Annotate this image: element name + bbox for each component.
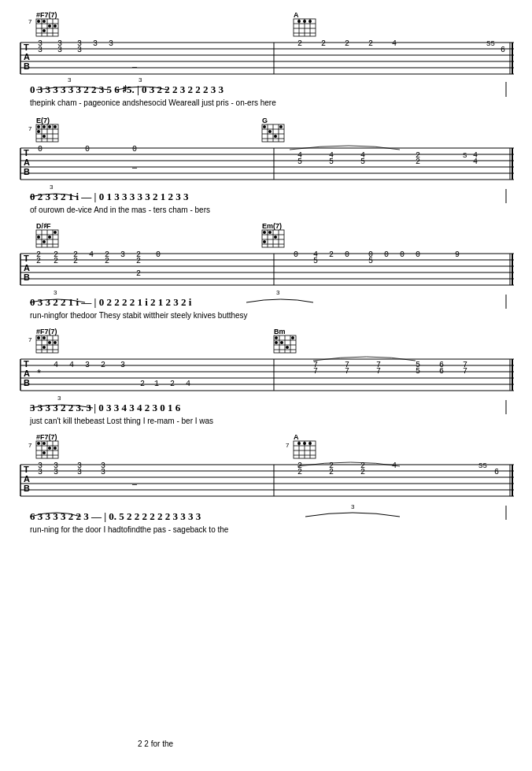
tab-num: 7	[463, 367, 467, 376]
tab-num: 3	[54, 468, 58, 476]
svg-point-75	[37, 235, 40, 239]
svg-point-123	[291, 336, 294, 339]
tab-num: 4	[473, 158, 478, 166]
tab-num: —	[131, 63, 138, 72]
tab-num: 3	[101, 468, 105, 476]
svg-point-10	[54, 24, 57, 28]
tab-num: 0	[38, 145, 42, 154]
tab-num: 5	[297, 158, 302, 166]
tab-label-b2: B	[24, 167, 30, 176]
chord-label-2a: E(7)	[36, 117, 50, 124]
tab-num: 5	[368, 257, 373, 265]
tab-num: 4	[392, 39, 397, 48]
tab-num: 3	[77, 468, 82, 476]
tab-num: 0	[132, 145, 137, 154]
triplet-marker: 3	[68, 76, 72, 83]
tab-num: 3	[38, 46, 42, 54]
tab-num: 2	[105, 257, 109, 265]
svg-point-40	[37, 125, 40, 128]
tab-label-b5: B	[24, 484, 30, 493]
svg-point-77	[48, 235, 51, 239]
tab-num: 2	[136, 257, 141, 265]
svg-point-89	[263, 240, 266, 243]
tab-num: 0	[416, 250, 420, 259]
svg-point-86	[263, 231, 266, 234]
svg-point-76	[42, 240, 46, 243]
svg-point-8	[42, 20, 46, 23]
chord-label-3b: Em(7)	[262, 222, 282, 230]
tab-num: 7	[376, 367, 381, 376]
svg-point-122	[286, 346, 289, 349]
lyrics-3: run-ningfor thedoor Thesy stabit witthei…	[30, 311, 248, 320]
svg-point-44	[37, 130, 40, 133]
full-score: #F7(7) 7 A	[14, 6, 518, 766]
tab-num: 5	[416, 367, 420, 376]
chord-pos-5a: 7	[28, 442, 32, 449]
svg-point-121	[280, 341, 283, 344]
tab-num: 2	[36, 257, 41, 265]
chord-pos-1a: 7	[28, 18, 32, 25]
triplet-marker: 3	[139, 76, 142, 83]
chord-label-4a: #F7(7)	[36, 328, 57, 335]
tab-num: 3	[77, 46, 82, 54]
triplet-marker: 3	[276, 289, 280, 296]
tab-num: 2	[54, 257, 58, 265]
triplet-marker: 3	[351, 503, 355, 510]
chord-label-2b: G	[262, 117, 268, 124]
tab-label-t1: T	[24, 43, 29, 52]
svg-point-143	[37, 442, 40, 445]
tab-num: 3	[38, 468, 42, 476]
tab-num: 5	[329, 158, 334, 166]
chord-label-1a: #F7(7)	[36, 11, 57, 19]
lyrics-1: thepink cham - pageonice andshesocid Wea…	[30, 98, 276, 107]
tab-num: 2	[329, 250, 334, 259]
svg-point-109	[42, 336, 46, 339]
tab-num: 0	[400, 250, 405, 259]
tab-num: 2	[140, 380, 145, 388]
tab-num: 6	[494, 468, 499, 476]
svg-point-124	[275, 341, 278, 344]
svg-point-120	[275, 336, 278, 339]
chord-label-3a: D/♯F	[36, 222, 51, 230]
tab-num: 2	[136, 269, 141, 278]
svg-point-20	[303, 20, 306, 23]
tab-num: 0	[345, 250, 349, 259]
svg-point-110	[48, 341, 51, 344]
svg-point-21	[308, 20, 312, 23]
tab-num: 3	[120, 361, 125, 369]
chord-label-5a: #F7(7)	[36, 433, 57, 441]
chord-label-1b: A	[294, 11, 299, 19]
tab-num: 6	[439, 367, 444, 376]
page: #F7(7) 7 A	[0, 0, 532, 771]
notes-3: 0 3 3 2 2 1 i — | 0 2 2 2 2 1 i 2 1 2 3 …	[30, 296, 192, 308]
svg-point-87	[268, 231, 272, 234]
tab-num: 5	[313, 257, 318, 265]
svg-point-157	[308, 442, 312, 445]
tab-num: 2	[297, 39, 302, 48]
tab-num: 4	[89, 250, 94, 259]
svg-point-53	[263, 125, 266, 128]
svg-point-42	[48, 125, 51, 128]
notes-2: 0 2 3 3 2 1 i — | 0 1 3 3 3 3 3 2 1 2 3 …	[30, 191, 189, 202]
tab-num: 2	[329, 468, 334, 476]
tab-label-a3: A	[24, 263, 30, 272]
tab-num: 2	[368, 39, 373, 48]
svg-point-19	[297, 20, 301, 23]
svg-point-9	[48, 24, 51, 28]
svg-point-155	[297, 442, 301, 445]
svg-point-146	[54, 447, 57, 450]
tab-label-t2: T	[24, 148, 29, 158]
tab-num: —	[131, 164, 138, 172]
tab-num: —	[131, 480, 138, 489]
svg-point-7	[37, 20, 40, 23]
tab-label-t3: T	[24, 254, 29, 263]
tab-num: 3	[93, 39, 98, 48]
notes-5: 6 3 3 3 3 2 2 3 — | 0. 5 2 2 2 2 2 2 3 3…	[30, 510, 201, 522]
chord-pos-4a: 7	[28, 336, 32, 343]
tab-label-t4: T	[24, 359, 29, 369]
tab-num: 9	[455, 250, 460, 259]
svg-point-111	[54, 341, 57, 344]
svg-point-43	[54, 125, 57, 128]
chord-label-4b: Bm	[274, 328, 286, 335]
triplet-marker: 3	[57, 395, 61, 402]
